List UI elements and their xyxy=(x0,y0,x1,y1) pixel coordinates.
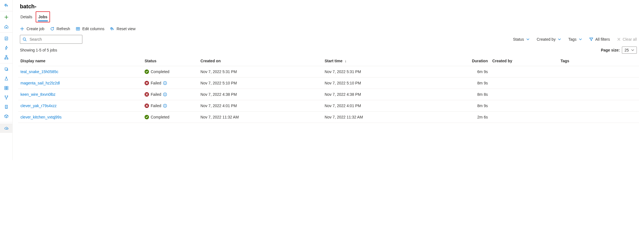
close-icon xyxy=(617,38,621,41)
cell-created-by xyxy=(490,89,558,100)
table-row: keen_wire_8xvn0lbzFailedNov 7, 2022 4:38… xyxy=(18,89,639,100)
edit-columns-label: Edit columns xyxy=(82,27,104,31)
search-box[interactable] xyxy=(20,35,82,44)
svg-rect-2 xyxy=(5,58,6,59)
cell-duration: 8m 9s xyxy=(459,100,490,112)
job-link[interactable]: magenta_sail_hz2lz2dl xyxy=(20,81,60,85)
chevron-down-icon xyxy=(631,48,634,52)
cell-tags xyxy=(558,89,639,100)
server-icon[interactable] xyxy=(0,102,13,112)
col-tags[interactable]: Tags xyxy=(558,56,639,66)
svg-rect-3 xyxy=(7,58,8,59)
tab-details[interactable]: Details xyxy=(20,13,33,21)
cell-start-time: Nov 7, 2022 5:10 PM xyxy=(323,78,459,89)
job-link[interactable]: teal_snake_15h0585c xyxy=(20,69,58,74)
grid-icon[interactable] xyxy=(0,83,13,93)
add-icon[interactable] xyxy=(0,12,13,22)
status-text: Completed xyxy=(151,115,169,119)
refresh-label: Refresh xyxy=(57,27,70,31)
sort-desc-icon: ↓ xyxy=(345,59,347,63)
filter-created-by-label: Created by xyxy=(537,37,556,42)
tab-jobs[interactable]: Jobs xyxy=(38,13,48,21)
edit-columns-button[interactable]: Edit columns xyxy=(76,27,104,31)
filter-all[interactable]: All filters xyxy=(589,37,610,42)
cube-icon[interactable] xyxy=(0,112,13,121)
cell-created-by xyxy=(490,66,558,78)
cell-start-time: Nov 7, 2022 4:38 PM xyxy=(323,89,459,100)
info-icon[interactable] xyxy=(163,81,167,85)
refresh-icon xyxy=(50,27,54,31)
cell-display-name: clever_yak_r79s4xzz xyxy=(18,100,142,112)
reset-view-button[interactable]: Reset view xyxy=(110,27,135,31)
cell-created-on: Nov 7, 2022 4:01 PM xyxy=(198,100,322,112)
col-status[interactable]: Status xyxy=(142,56,198,66)
cell-status: Completed xyxy=(142,112,198,123)
clear-all-label: Clear all xyxy=(623,37,637,42)
cell-display-name: magenta_sail_hz2lz2dl xyxy=(18,78,142,89)
status-completed-icon xyxy=(145,69,149,74)
page-size-value: 25 xyxy=(624,48,629,52)
tab-jobs-label: Jobs xyxy=(38,15,48,19)
cloud-icon[interactable] xyxy=(0,123,13,133)
info-icon[interactable] xyxy=(163,104,167,108)
col-created-by[interactable]: Created by xyxy=(490,56,558,66)
create-job-button[interactable]: Create job xyxy=(20,27,44,31)
col-start-time-label: Start time xyxy=(325,59,343,63)
sidebar-divider xyxy=(0,32,12,33)
home-icon[interactable] xyxy=(0,22,13,31)
cell-created-by xyxy=(490,112,558,123)
table-row: teal_snake_15h0585cCompletedNov 7, 2022 … xyxy=(18,66,639,78)
job-link[interactable]: keen_wire_8xvn0lbz xyxy=(20,92,56,97)
clipboard-icon[interactable] xyxy=(0,34,13,43)
filter-status[interactable]: Status xyxy=(513,37,530,42)
branch-icon[interactable] xyxy=(0,93,13,102)
table-row: clever_kitchen_vxtqj99sCompletedNov 7, 2… xyxy=(18,112,639,123)
filter-created-by[interactable]: Created by xyxy=(537,37,561,42)
cell-tags xyxy=(558,66,639,78)
status-failed-icon xyxy=(145,81,149,85)
clear-all-button[interactable]: Clear all xyxy=(617,37,637,42)
cell-status: Failed xyxy=(142,89,198,100)
cell-created-by xyxy=(490,100,558,112)
cell-duration: 8m 9s xyxy=(459,78,490,89)
status-text: Failed xyxy=(151,81,161,85)
tabs: Details Jobs xyxy=(20,13,644,22)
page-size: Page size: 25 xyxy=(601,47,637,54)
bolt-icon[interactable] xyxy=(0,43,13,53)
results-summary: Showing 1-5 of 5 jobs xyxy=(20,48,57,52)
toolbar: Create job Refresh Edit columns Reset vi… xyxy=(20,27,644,31)
col-duration[interactable]: Duration xyxy=(459,56,490,66)
create-job-label: Create job xyxy=(27,27,44,31)
cell-created-on: Nov 7, 2022 5:10 PM xyxy=(198,78,322,89)
info-icon[interactable] xyxy=(163,92,167,97)
cell-start-time: Nov 7, 2022 11:32 AM xyxy=(323,112,459,123)
cell-tags xyxy=(558,112,639,123)
cell-created-on: Nov 7, 2022 5:31 PM xyxy=(198,66,322,78)
stack-icon[interactable] xyxy=(0,64,13,74)
cell-created-on: Nov 7, 2022 11:32 AM xyxy=(198,112,322,123)
back-icon[interactable] xyxy=(0,1,13,10)
cell-duration: 8m 8s xyxy=(459,89,490,100)
chevron-down-icon xyxy=(558,38,561,41)
col-created-on[interactable]: Created on xyxy=(198,56,322,66)
filter-tags[interactable]: Tags xyxy=(568,37,582,42)
plus-icon xyxy=(20,27,24,31)
hierarchy-icon[interactable] xyxy=(0,53,13,62)
flask-icon[interactable] xyxy=(0,74,13,83)
col-display-name[interactable]: Display name xyxy=(18,56,142,66)
col-start-time[interactable]: Start time ↓ xyxy=(323,56,459,66)
left-sidebar xyxy=(0,0,13,160)
status-failed-icon xyxy=(145,104,149,108)
search-input[interactable] xyxy=(29,37,80,42)
filter-icon xyxy=(589,37,593,41)
cell-status: Completed xyxy=(142,66,198,78)
cell-duration: 2m 6s xyxy=(459,112,490,123)
cell-status: Failed xyxy=(142,78,198,89)
job-link[interactable]: clever_kitchen_vxtqj99s xyxy=(20,115,62,119)
refresh-button[interactable]: Refresh xyxy=(50,27,70,31)
cell-tags xyxy=(558,78,639,89)
page-size-select[interactable]: 25 xyxy=(622,47,637,54)
status-text: Failed xyxy=(151,92,161,97)
svg-point-11 xyxy=(6,99,7,99)
job-link[interactable]: clever_yak_r79s4xzz xyxy=(20,104,57,108)
